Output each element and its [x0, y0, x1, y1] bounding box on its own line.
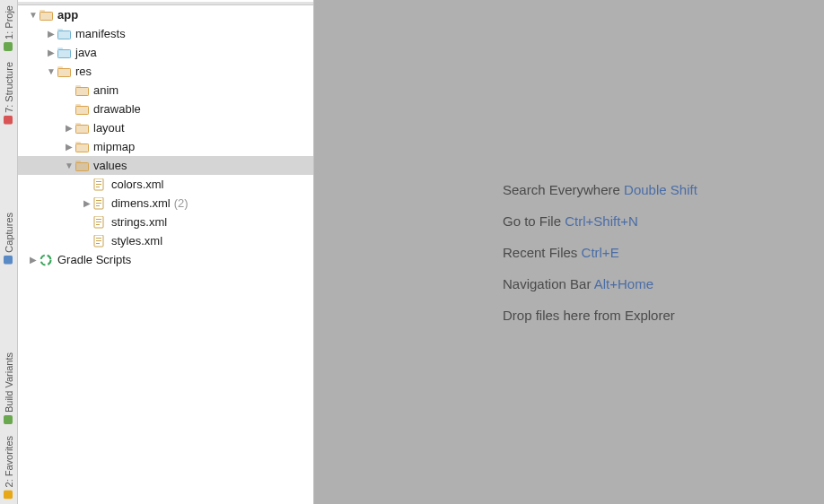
- tree-node-label: dimens.xml: [111, 196, 171, 210]
- hint-line: Recent Files Ctrl+E: [503, 245, 697, 260]
- module-icon: [39, 9, 54, 22]
- favorites-icon: [4, 490, 13, 499]
- chevron-right-icon[interactable]: ▶: [45, 28, 57, 40]
- tree-node-label: manifests: [75, 27, 126, 40]
- svg-rect-47: [96, 243, 100, 244]
- left-toolstrip: 1: Proje7: Structure Captures Build Vari…: [0, 0, 18, 504]
- hint-shortcut: Ctrl+E: [582, 245, 619, 260]
- tree-node-java[interactable]: ▶java: [18, 43, 313, 62]
- tree-node-res[interactable]: ▼res: [18, 62, 313, 81]
- chevron-right-icon[interactable]: ▶: [27, 254, 39, 266]
- svg-rect-23: [75, 125, 89, 134]
- svg-rect-29: [75, 162, 89, 171]
- svg-rect-39: [96, 205, 100, 206]
- project-icon: [4, 42, 13, 51]
- project-tree-panel: ▼app▶manifests▶java▼res▶anim▶drawable▶la…: [18, 0, 314, 504]
- tree-node-label: mipmap: [93, 140, 135, 153]
- svg-rect-1: [4, 116, 13, 125]
- svg-rect-35: [96, 187, 100, 187]
- hint-text: Go to File: [503, 213, 561, 229]
- svg-rect-37: [96, 200, 101, 201]
- tree-node-label: res: [75, 65, 92, 78]
- xml-icon: [93, 216, 108, 229]
- res-icon: [75, 141, 90, 153]
- tree-node-mipmap[interactable]: ▶mipmap: [18, 137, 313, 156]
- svg-rect-41: [96, 219, 101, 220]
- tree-node-drawable[interactable]: ▶drawable: [18, 100, 313, 118]
- toolstrip-favorites[interactable]: 2: Favorites: [0, 432, 17, 502]
- tree-node-label: values: [93, 159, 127, 172]
- hint-shortcut: Alt+Home: [594, 276, 653, 291]
- tree-node-label: java: [75, 46, 97, 59]
- hint-line: Drop files here from Explorer: [503, 308, 697, 323]
- chevron-right-icon[interactable]: ▶: [45, 47, 57, 59]
- svg-rect-33: [96, 181, 101, 182]
- tree-node-dimens-xml[interactable]: ▶dimens.xml(2): [18, 194, 313, 213]
- toolstrip-project[interactable]: 1: Proje: [0, 2, 17, 55]
- hint-line: Navigation Bar Alt+Home: [503, 276, 697, 291]
- res-icon: [57, 65, 72, 78]
- res-icon: [75, 122, 90, 135]
- svg-rect-26: [75, 143, 89, 152]
- chevron-right-icon[interactable]: ▶: [63, 141, 75, 153]
- toolstrip-captures[interactable]: Captures: [0, 209, 17, 268]
- tree-node-values[interactable]: ▼values: [18, 156, 313, 175]
- hint-text: Drop files here from Explorer: [503, 308, 675, 323]
- tree-node-label: anim: [93, 83, 118, 97]
- chevron-down-icon[interactable]: ▼: [45, 65, 57, 78]
- chevron-right-icon[interactable]: ▶: [63, 122, 75, 135]
- svg-rect-42: [96, 222, 101, 222]
- tree-node-gradle-scripts[interactable]: ▶Gradle Scripts: [18, 250, 313, 269]
- res-icon: [75, 160, 90, 172]
- svg-rect-4: [4, 490, 13, 499]
- tree-node-label: Gradle Scripts: [57, 253, 131, 266]
- chevron-down-icon[interactable]: ▼: [63, 160, 75, 172]
- svg-rect-38: [96, 203, 101, 204]
- toolstrip-label: Build Variants: [4, 352, 14, 413]
- toolstrip-label: 7: Structure: [4, 62, 14, 113]
- tree-node-app[interactable]: ▼app: [18, 5, 313, 24]
- hint-line: Search Everywhere Double Shift: [503, 182, 697, 197]
- svg-rect-45: [96, 238, 101, 239]
- folder-icon: [57, 47, 72, 59]
- toolstrip-build[interactable]: Build Variants: [0, 349, 17, 428]
- tree-node-colors-xml[interactable]: ▶colors.xml: [18, 175, 313, 194]
- gradle-icon: [39, 254, 54, 266]
- chevron-down-icon[interactable]: ▼: [27, 9, 39, 22]
- toolstrip-structure[interactable]: 7: Structure: [0, 58, 17, 128]
- tree-node-label: colors.xml: [111, 178, 164, 191]
- svg-rect-2: [4, 256, 13, 265]
- res-icon: [75, 84, 90, 97]
- svg-rect-0: [4, 42, 13, 51]
- svg-rect-20: [75, 106, 89, 115]
- svg-rect-14: [57, 68, 71, 77]
- toolstrip-label: Captures: [4, 213, 14, 253]
- hint-text: Navigation Bar: [503, 276, 591, 291]
- svg-rect-5: [39, 12, 53, 21]
- toolstrip-label: 1: Proje: [4, 5, 14, 39]
- svg-rect-8: [57, 30, 71, 39]
- tree-node-suffix: (2): [174, 196, 188, 210]
- structure-icon: [4, 116, 13, 125]
- editor-empty-state: Search Everywhere Double ShiftGo to File…: [314, 0, 824, 504]
- xml-icon: [93, 235, 108, 248]
- xml-icon: [93, 197, 108, 210]
- build-icon: [4, 416, 13, 425]
- svg-rect-46: [96, 240, 101, 241]
- svg-rect-3: [4, 416, 13, 425]
- res-icon: [75, 103, 90, 116]
- tree-node-anim[interactable]: ▶anim: [18, 81, 313, 100]
- svg-rect-43: [96, 224, 100, 225]
- hint-shortcut: Ctrl+Shift+N: [565, 213, 638, 229]
- tree-node-strings-xml[interactable]: ▶strings.xml: [18, 213, 313, 231]
- tree-node-styles-xml[interactable]: ▶styles.xml: [18, 231, 313, 250]
- tree-node-label: strings.xml: [111, 215, 167, 229]
- tree-node-layout[interactable]: ▶layout: [18, 118, 313, 137]
- chevron-right-icon[interactable]: ▶: [81, 197, 93, 210]
- tree-node-label: drawable: [93, 102, 141, 116]
- svg-rect-17: [75, 87, 89, 96]
- toolstrip-label: 2: Favorites: [4, 436, 14, 487]
- tree-node-manifests[interactable]: ▶manifests: [18, 24, 313, 43]
- hint-shortcut: Double Shift: [624, 182, 697, 197]
- folder-icon: [57, 28, 72, 40]
